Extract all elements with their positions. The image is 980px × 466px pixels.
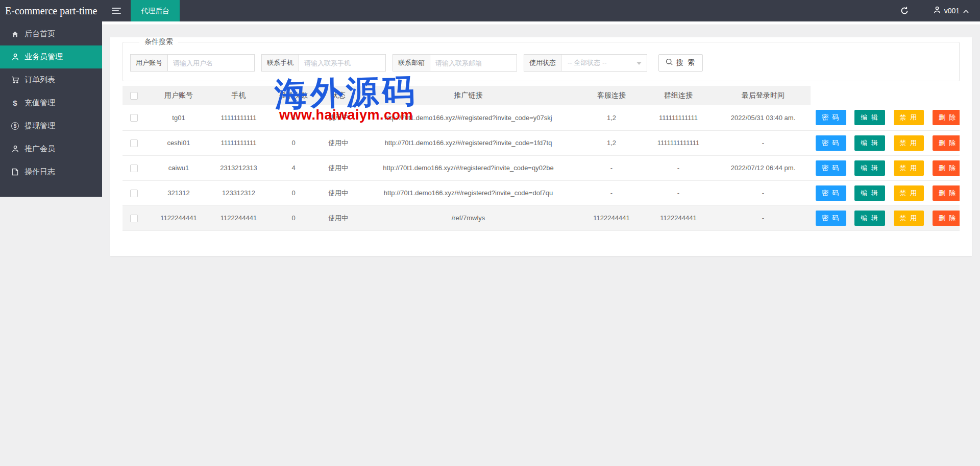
cell-logins: 0 [265, 205, 322, 230]
cell-service: 1122244441 [582, 205, 641, 230]
cell-logins: 0 [265, 180, 322, 205]
row-checkbox[interactable] [130, 139, 138, 147]
password-button[interactable]: 密 码 [816, 185, 846, 201]
cell-phone: 11111111111 [212, 130, 265, 155]
edit-button[interactable]: 编 辑 [854, 110, 885, 125]
phone-label: 联系手机 [261, 54, 299, 72]
row-checkbox[interactable] [130, 215, 138, 222]
col-account: 用户账号 [145, 86, 212, 105]
edit-button[interactable]: 编 辑 [854, 211, 885, 226]
cell-group: - [641, 180, 716, 205]
circle-dollar-icon: $ [11, 122, 19, 130]
disable-button[interactable]: 禁 用 [894, 211, 924, 226]
account-label: 用户账号 [130, 54, 168, 72]
edit-button[interactable]: 编 辑 [854, 135, 885, 151]
user-icon [934, 6, 941, 15]
cell-last-login: - [716, 130, 811, 155]
cell-link: /ref/7mwlys [355, 205, 582, 230]
sidebar-item-home[interactable]: 后台首页 [0, 22, 102, 45]
cell-service: - [582, 180, 641, 205]
disable-button[interactable]: 禁 用 [894, 110, 924, 125]
cell-last-login: - [716, 205, 811, 230]
search-icon [666, 58, 673, 67]
row-checkbox[interactable] [130, 165, 138, 172]
cell-last-login: 2022/07/12 06:44 pm. [716, 155, 811, 180]
table-row: tg01 11111111111 3 使用中 http://70t1.demo1… [122, 105, 960, 130]
sidebar-item-label: 业务员管理 [24, 52, 63, 62]
edit-button[interactable]: 编 辑 [854, 185, 885, 201]
user-menu[interactable]: v001 [934, 6, 969, 15]
password-button[interactable]: 密 码 [816, 110, 846, 125]
phone-input[interactable] [299, 54, 386, 72]
tab-agent-admin[interactable]: 代理后台 [131, 0, 180, 21]
account-input[interactable] [168, 54, 255, 72]
dropdown-arrow-icon [636, 62, 642, 67]
sidebar-item-label: 提现管理 [24, 121, 55, 131]
home-icon [11, 31, 19, 38]
cell-phone: 2313212313 [212, 155, 265, 180]
sidebar-item-label: 后台首页 [24, 29, 55, 39]
table-row: 321312 123312312 0 使用中 http://70t1.demo1… [122, 180, 960, 205]
password-button[interactable]: 密 码 [816, 135, 846, 151]
sidebar-item-label: 订单列表 [24, 75, 55, 85]
col-last-login: 最后登录时间 [716, 86, 811, 105]
cell-service: 1,2 [582, 105, 641, 130]
sidebar-item-logs[interactable]: 操作日志 [0, 160, 102, 183]
content-card: 条件搜索 用户账号 联系手机 联系邮箱 使用状态 -- 全部状态 - [110, 37, 972, 256]
row-checkbox[interactable] [130, 114, 138, 122]
user-icon [11, 53, 19, 61]
delete-button[interactable]: 删 除 [933, 160, 960, 176]
cell-link: http://70t1.demo166.xyz/#/registered?inv… [355, 180, 582, 205]
cell-logins: 0 [265, 130, 322, 155]
password-button[interactable]: 密 码 [816, 160, 846, 176]
refresh-icon[interactable] [900, 6, 909, 15]
filter-account: 用户账号 [130, 54, 255, 72]
col-logins: 登录次数 [265, 86, 322, 105]
filter-email: 联系邮箱 [393, 54, 517, 72]
sidebar-item-label: 推广会员 [24, 144, 55, 154]
disable-button[interactable]: 禁 用 [894, 160, 924, 176]
search-panel: 条件搜索 用户账号 联系手机 联系邮箱 使用状态 -- 全部状态 - [122, 37, 960, 81]
cell-account: 321312 [145, 180, 212, 205]
select-all-checkbox[interactable] [130, 92, 138, 100]
cell-link: http://70t1.demo166.xyz/#/registered?inv… [355, 130, 582, 155]
user-icon [11, 145, 19, 153]
filter-status: 使用状态 -- 全部状态 -- [524, 54, 647, 72]
table-header-row: 用户账号 手机 登录次数 状态 推广链接 客服连接 群组连接 最后登录时间 [122, 86, 960, 105]
email-input[interactable] [430, 54, 517, 72]
col-service: 客服连接 [582, 86, 641, 105]
cell-link: http://70t1.demo166.xyz/#/registered?inv… [355, 155, 582, 180]
disable-button[interactable]: 禁 用 [894, 135, 924, 151]
cell-account: tg01 [145, 105, 212, 130]
sidebar-item-recharge[interactable]: $ 充值管理 [0, 91, 102, 114]
cell-logins: 4 [265, 155, 322, 180]
status-select[interactable]: -- 全部状态 -- [561, 54, 647, 72]
disable-button[interactable]: 禁 用 [894, 185, 924, 201]
col-actions [811, 86, 960, 105]
cell-service: - [582, 155, 641, 180]
filter-phone: 联系手机 [261, 54, 386, 72]
edit-button[interactable]: 编 辑 [854, 160, 885, 176]
cell-last-login: - [716, 180, 811, 205]
sidebar-item-salesman[interactable]: 业务员管理 [0, 45, 102, 68]
delete-button[interactable]: 删 除 [933, 211, 960, 226]
delete-button[interactable]: 删 除 [933, 135, 960, 151]
col-phone: 手机 [212, 86, 265, 105]
sidebar-item-orders[interactable]: 订单列表 [0, 68, 102, 91]
password-button[interactable]: 密 码 [816, 211, 846, 226]
row-checkbox[interactable] [130, 190, 138, 197]
search-button[interactable]: 搜 索 [658, 54, 703, 72]
table-row: caiwu1 2313212313 4 使用中 http://70t1.demo… [122, 155, 960, 180]
sidebar-item-withdraw[interactable]: $ 提现管理 [0, 114, 102, 137]
cart-icon [11, 76, 19, 84]
status-badge: 使用中 [322, 155, 355, 180]
delete-button[interactable]: 删 除 [933, 185, 960, 201]
cell-group: 1111111111111 [641, 130, 716, 155]
delete-button[interactable]: 删 除 [933, 110, 960, 125]
sidebar-item-promotion[interactable]: 推广会员 [0, 137, 102, 160]
cell-last-login: 2022/05/31 03:40 am. [716, 105, 811, 130]
table-row: ceshi01 11111111111 0 使用中 http://70t1.de… [122, 130, 960, 155]
status-badge: 使用中 [322, 130, 355, 155]
sidebar-item-label: 操作日志 [24, 167, 55, 177]
menu-toggle-icon[interactable] [102, 0, 131, 21]
